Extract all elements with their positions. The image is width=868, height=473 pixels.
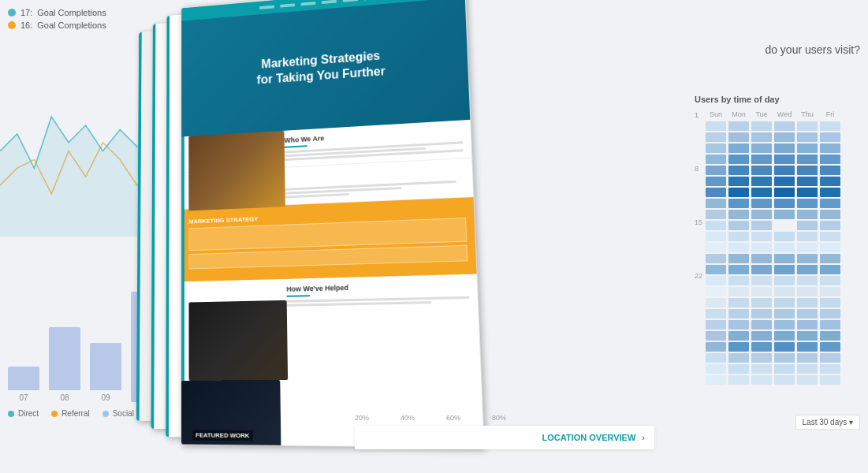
pct-axis-labels: 20% 40% 60% 80%	[355, 414, 506, 422]
cell-fri-11	[820, 232, 840, 241]
last30-days-selector[interactable]: Last 30 days ▾	[795, 415, 860, 430]
cell-sun-9	[706, 210, 726, 219]
cell-sun-21	[706, 342, 726, 352]
cell-thu-23	[797, 364, 818, 374]
right-panel: do your users visit? Users by time of da…	[687, 0, 868, 473]
heatmap-wrapper: 1 8 15 22 Sun Mon Tue Wed Thu	[695, 110, 860, 385]
cell-sun-11	[706, 232, 726, 241]
cell-sun-2	[706, 132, 726, 142]
bar-2	[49, 327, 80, 390]
cell-tue-9	[751, 210, 772, 219]
day-sun: Sun	[706, 110, 726, 118]
cell-fri-7	[820, 188, 840, 197]
cell-wed-18	[774, 309, 795, 318]
cell-mon-23	[728, 364, 749, 374]
heatmap-col-sun	[706, 121, 726, 385]
cell-wed-2	[774, 132, 795, 142]
referral-label: Referral	[61, 409, 90, 418]
cell-wed-5	[774, 166, 795, 175]
heatmap-col-fri	[820, 121, 840, 385]
cell-wed-9	[774, 210, 795, 219]
cell-sun-15	[706, 276, 726, 285]
cell-wed-24	[774, 375, 795, 385]
cell-mon-3	[728, 143, 749, 153]
cell-sun-7	[706, 188, 726, 197]
cell-fri-10	[820, 221, 840, 230]
cell-tue-8	[751, 199, 772, 208]
cell-fri-21	[820, 342, 840, 352]
heatmap-grid	[706, 121, 840, 385]
cell-sun-12	[706, 243, 726, 252]
cell-tue-23	[751, 364, 772, 374]
teal-accent-2	[166, 16, 170, 437]
cell-tue-2	[751, 132, 772, 142]
cell-mon-19	[728, 320, 749, 330]
cell-tue-19	[751, 320, 772, 330]
pct-40: 40%	[400, 414, 415, 422]
cell-thu-17	[797, 298, 818, 307]
pct-60: 60%	[446, 414, 460, 422]
cell-tue-14	[751, 265, 772, 274]
cell-mon-11	[728, 232, 749, 241]
cell-wed-22	[774, 353, 795, 363]
cell-fri-23	[820, 364, 840, 374]
cell-mon-14	[728, 265, 749, 274]
cell-sun-6	[706, 177, 726, 186]
cell-sun-13	[706, 254, 726, 263]
mockup-stack: Marketing Strategies for Taking You Furt…	[121, 0, 593, 473]
cell-wed-23	[774, 364, 795, 374]
cell-tue-22	[751, 353, 772, 363]
cell-mon-5	[728, 166, 749, 175]
cell-thu-14	[797, 265, 818, 274]
dashboard-background: 17: Goal Completions 16: Goal Completion…	[0, 0, 868, 473]
cell-mon-8	[728, 199, 749, 208]
heatmap-col-wed	[774, 121, 795, 385]
heatmap-title: Users by time of day	[695, 95, 860, 104]
location-overview-bar[interactable]: LOCATION OVERVIEW ›	[355, 426, 654, 449]
heatmap-section: Users by time of day 1 8 15 22 Sun	[695, 95, 860, 385]
cell-mon-13	[728, 254, 749, 263]
cell-mon-7	[728, 188, 749, 197]
cell-thu-2	[797, 132, 818, 142]
main-page-layer: Marketing Strategies for Taking You Furt…	[181, 0, 485, 449]
cell-thu-18	[797, 309, 818, 318]
users-visit-question: do your users visit?	[765, 43, 860, 56]
cell-mon-17	[728, 298, 749, 307]
cell-fri-14	[820, 265, 840, 274]
cell-thu-12	[797, 243, 818, 252]
bar-label-1: 07	[19, 393, 28, 402]
pct-80: 80%	[492, 414, 506, 422]
cell-fri-13	[820, 254, 840, 263]
cell-tue-1	[751, 121, 772, 131]
nav-dot-2	[280, 3, 295, 7]
direct-label: Direct	[18, 409, 39, 418]
cell-tue-6	[751, 177, 772, 186]
cell-tue-21	[751, 342, 772, 352]
cell-mon-20	[728, 331, 749, 341]
cell-sun-20	[706, 331, 726, 341]
cell-fri-15	[820, 276, 840, 285]
cell-mon-2	[728, 132, 749, 142]
cell-thu-1	[797, 121, 818, 131]
cell-wed-19	[774, 320, 795, 330]
bar-1	[8, 367, 39, 390]
location-overview-label: LOCATION OVERVIEW	[542, 433, 636, 442]
featured-work-text: FEATURED WORK	[192, 430, 252, 441]
marketing-strategy-section: MARKETING STRATEGY	[181, 197, 476, 281]
cell-sun-23	[706, 364, 726, 374]
cell-thu-9	[797, 210, 818, 219]
time-spacer-2	[695, 175, 702, 216]
how-helped-underline	[287, 295, 310, 297]
teal-accent-3	[151, 24, 155, 429]
cell-fri-1	[820, 121, 840, 131]
cell-wed-6	[774, 177, 795, 186]
cell-mon-12	[728, 243, 749, 252]
photo-cafe-bg	[188, 300, 288, 381]
legend-referral: Referral	[51, 409, 90, 418]
cell-mon-22	[728, 353, 749, 363]
cell-mon-10	[728, 221, 749, 230]
cell-sun-17	[706, 298, 726, 307]
legend-direct: Direct	[8, 409, 39, 418]
cell-thu-11	[797, 232, 818, 241]
cell-wed-10	[774, 221, 795, 230]
